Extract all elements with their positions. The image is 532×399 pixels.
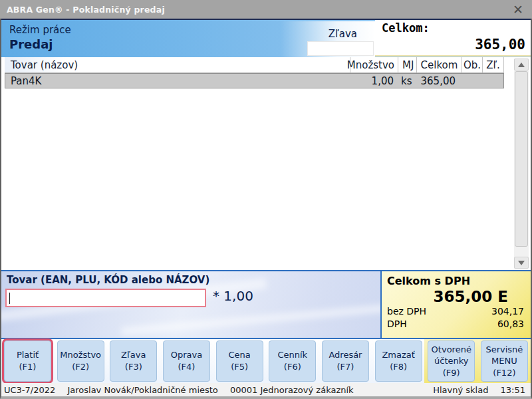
pay-f1-button[interactable]: Platiť (F1) — [4, 340, 51, 382]
correction-f4-button[interactable]: Oprava (F4) — [163, 340, 210, 382]
item-entry-box[interactable] — [5, 289, 206, 307]
totals-panel: Celkom s DPH 365,00 E bez DPH 304,17 DPH… — [380, 271, 531, 338]
column-header-ob[interactable]: Ob. — [462, 57, 482, 72]
open-receipts-f9-button[interactable]: Otvorené účtenky (F9) — [428, 340, 475, 382]
status-left: UC3-7/2022 Jaroslav Novák/Pokladničné mi… — [4, 385, 363, 395]
item-entry-input[interactable] — [7, 290, 205, 306]
text-caret — [9, 293, 10, 304]
background-streak — [121, 303, 400, 336]
window-title: ABRA Gen® - Pokladničný predaj — [0, 5, 165, 15]
vat-value: 60,83 — [497, 318, 524, 331]
row-item-quantity: 1,00 — [350, 74, 398, 88]
row-item-unit: ks — [398, 74, 416, 88]
totals-row-vat: DPH 60,83 — [382, 318, 531, 331]
net-value: 304,17 — [491, 305, 524, 318]
item-entry-label: Tovar (EAN, PLU, KÓD alebo NÁZOV) — [7, 274, 209, 286]
price-f5-button[interactable]: Cena (F5) — [216, 340, 263, 382]
column-header-name[interactable]: Tovar (názov) — [5, 57, 350, 72]
scroll-up-button[interactable] — [514, 59, 529, 70]
totals-title: Celkom s DPH — [382, 271, 531, 287]
status-right: Hlavný sklad 13:51 — [424, 385, 525, 395]
vat-label: DPH — [387, 318, 407, 331]
net-label: bez DPH — [387, 305, 426, 318]
close-icon[interactable]: ✕ — [513, 1, 523, 17]
window-body: Režim práce Predaj Zľava Celkom: 365,00 … — [0, 19, 532, 399]
work-mode: Režim práce Predaj — [9, 24, 71, 51]
vertical-scrollbar[interactable] — [514, 59, 529, 269]
arrow-up-icon — [518, 63, 525, 67]
scrollbar-thumb[interactable] — [515, 71, 528, 247]
pricelist-f6-button[interactable]: Cenník (F6) — [269, 340, 316, 382]
total-value: 365,00 — [375, 37, 531, 53]
status-customer: 00001 Jednorazový zákazník — [230, 385, 354, 395]
service-menu-f12-button[interactable]: Servisné MENU (F12) — [481, 340, 528, 382]
column-header-quantity[interactable]: Množstvo — [350, 57, 398, 72]
mode-label: Režim práce — [9, 24, 71, 36]
row-item-name: Pan4K — [5, 74, 350, 88]
quantity-multiplier: * 1,00 — [213, 288, 253, 304]
status-user: Jaroslav Novák/Pokladničné miesto — [67, 385, 217, 395]
scroll-down-button[interactable] — [514, 257, 529, 269]
column-header-zl[interactable]: Zľ. — [482, 57, 503, 72]
quantity-f2-button[interactable]: Množstvo (F2) — [57, 340, 104, 382]
table-row[interactable]: Pan4K 1,00 ks 365,00 — [5, 73, 504, 88]
totals-grand-total: 365,00 E — [382, 288, 531, 305]
row-item-zl — [482, 74, 503, 88]
delete-f8-button[interactable]: Zmazať (F8) — [375, 340, 422, 382]
discount-label: Zľava — [287, 28, 357, 40]
row-item-total: 365,00 — [416, 74, 462, 88]
discount-f3-button[interactable]: Zľava (F3) — [110, 340, 157, 382]
mode-value: Predaj — [9, 37, 71, 51]
function-button-bar: Platiť (F1) Množstvo (F2) Zľava (F3) Opr… — [1, 339, 531, 383]
totals-row-net: bez DPH 304,17 — [382, 305, 531, 318]
table-header: Tovar (názov) Množstvo MJ Celkom Ob. Zľ. — [5, 57, 504, 73]
header-band: Režim práce Predaj Zľava Celkom: 365,00 — [1, 19, 531, 57]
status-warehouse: Hlavný sklad — [433, 385, 488, 395]
column-header-unit[interactable]: MJ — [398, 57, 416, 72]
items-table: Tovar (názov) Množstvo MJ Celkom Ob. Zľ.… — [1, 57, 531, 270]
status-time: 13:51 — [501, 385, 525, 395]
status-doc-number: UC3-7/2022 — [4, 385, 55, 395]
app-window: ABRA Gen® - Pokladničný predaj ✕ Režim p… — [0, 0, 532, 399]
arrow-down-icon — [518, 261, 525, 265]
total-label: Celkom: — [375, 20, 531, 35]
entry-region: Tovar (EAN, PLU, KÓD alebo NÁZOV) * 1,00… — [1, 270, 531, 339]
status-bar: UC3-7/2022 Jaroslav Novák/Pokladničné mi… — [1, 383, 531, 396]
addressbook-f7-button[interactable]: Adresár (F7) — [322, 340, 369, 382]
total-box: Celkom: 365,00 — [375, 20, 531, 57]
column-header-total[interactable]: Celkom — [416, 57, 462, 72]
row-item-ob — [462, 74, 482, 88]
title-bar: ABRA Gen® - Pokladničný predaj ✕ — [0, 0, 532, 19]
discount-input[interactable] — [307, 41, 374, 56]
